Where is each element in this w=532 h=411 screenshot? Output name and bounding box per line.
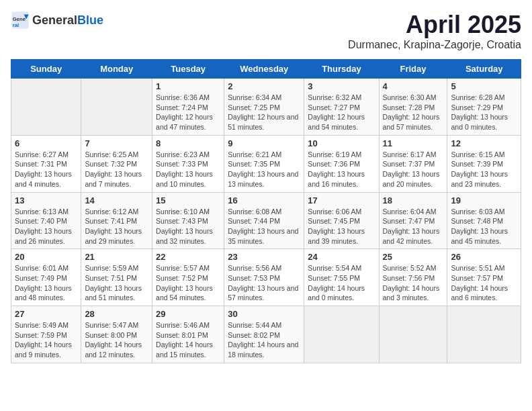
day-number: 13 xyxy=(15,195,77,205)
calendar-cell: 16Sunrise: 6:08 AM Sunset: 7:44 PM Dayli… xyxy=(224,192,304,249)
logo-general-text: General xyxy=(32,13,77,27)
calendar-cell: 21Sunrise: 5:59 AM Sunset: 7:51 PM Dayli… xyxy=(81,249,152,306)
calendar-cell: 1Sunrise: 6:36 AM Sunset: 7:24 PM Daylig… xyxy=(152,79,224,136)
svg-text:ral: ral xyxy=(13,22,19,28)
weekday-header-row: SundayMondayTuesdayWednesdayThursdayFrid… xyxy=(11,60,521,79)
day-info: Sunrise: 6:30 AM Sunset: 7:28 PM Dayligh… xyxy=(383,93,444,132)
calendar-cell: 2Sunrise: 6:34 AM Sunset: 7:25 PM Daylig… xyxy=(224,79,304,136)
calendar-cell xyxy=(11,79,81,136)
day-number: 16 xyxy=(228,195,300,205)
day-info: Sunrise: 5:44 AM Sunset: 8:02 PM Dayligh… xyxy=(228,320,300,360)
day-info: Sunrise: 6:28 AM Sunset: 7:29 PM Dayligh… xyxy=(451,93,517,132)
day-info: Sunrise: 5:57 AM Sunset: 7:52 PM Dayligh… xyxy=(156,263,220,303)
svg-text:Gene: Gene xyxy=(13,16,26,22)
day-info: Sunrise: 5:46 AM Sunset: 8:01 PM Dayligh… xyxy=(156,320,220,360)
day-info: Sunrise: 6:25 AM Sunset: 7:32 PM Dayligh… xyxy=(85,150,148,189)
day-info: Sunrise: 6:27 AM Sunset: 7:31 PM Dayligh… xyxy=(15,150,77,189)
weekday-header-sunday: Sunday xyxy=(11,60,81,79)
calendar-cell: 22Sunrise: 5:57 AM Sunset: 7:52 PM Dayli… xyxy=(152,249,224,306)
day-number: 17 xyxy=(308,195,375,205)
day-number: 20 xyxy=(15,252,77,262)
day-info: Sunrise: 6:01 AM Sunset: 7:49 PM Dayligh… xyxy=(15,263,77,303)
day-info: Sunrise: 6:19 AM Sunset: 7:36 PM Dayligh… xyxy=(308,150,375,189)
calendar-cell: 18Sunrise: 6:04 AM Sunset: 7:47 PM Dayli… xyxy=(379,192,447,249)
day-info: Sunrise: 6:34 AM Sunset: 7:25 PM Dayligh… xyxy=(228,93,300,132)
day-number: 11 xyxy=(383,138,444,148)
day-info: Sunrise: 6:04 AM Sunset: 7:47 PM Dayligh… xyxy=(383,207,444,246)
logo-blue-text: Blue xyxy=(77,13,103,27)
location-title: Durmanec, Krapina-Zagorje, Croatia xyxy=(348,39,521,51)
day-number: 30 xyxy=(228,309,300,319)
day-info: Sunrise: 6:13 AM Sunset: 7:40 PM Dayligh… xyxy=(15,207,77,246)
day-number: 27 xyxy=(15,309,77,319)
weekday-header-thursday: Thursday xyxy=(304,60,379,79)
day-number: 4 xyxy=(383,81,444,91)
day-number: 25 xyxy=(383,252,444,262)
calendar-cell xyxy=(379,306,447,363)
calendar-week-row: 13Sunrise: 6:13 AM Sunset: 7:40 PM Dayli… xyxy=(11,192,521,249)
logo-icon: Gene ral xyxy=(11,11,30,30)
calendar-cell: 23Sunrise: 5:56 AM Sunset: 7:53 PM Dayli… xyxy=(224,249,304,306)
calendar-cell: 13Sunrise: 6:13 AM Sunset: 7:40 PM Dayli… xyxy=(11,192,81,249)
calendar-cell: 26Sunrise: 5:51 AM Sunset: 7:57 PM Dayli… xyxy=(447,249,521,306)
day-info: Sunrise: 6:06 AM Sunset: 7:45 PM Dayligh… xyxy=(308,207,375,246)
day-number: 26 xyxy=(451,252,517,262)
calendar-cell: 10Sunrise: 6:19 AM Sunset: 7:36 PM Dayli… xyxy=(304,135,379,192)
calendar-cell: 7Sunrise: 6:25 AM Sunset: 7:32 PM Daylig… xyxy=(81,135,152,192)
calendar-cell: 19Sunrise: 6:03 AM Sunset: 7:48 PM Dayli… xyxy=(447,192,521,249)
calendar-cell: 8Sunrise: 6:23 AM Sunset: 7:33 PM Daylig… xyxy=(152,135,224,192)
weekday-header-friday: Friday xyxy=(379,60,447,79)
calendar-week-row: 27Sunrise: 5:49 AM Sunset: 7:59 PM Dayli… xyxy=(11,306,521,363)
weekday-header-wednesday: Wednesday xyxy=(224,60,304,79)
calendar-cell: 20Sunrise: 6:01 AM Sunset: 7:49 PM Dayli… xyxy=(11,249,81,306)
day-number: 21 xyxy=(85,252,148,262)
calendar-cell: 5Sunrise: 6:28 AM Sunset: 7:29 PM Daylig… xyxy=(447,79,521,136)
day-number: 19 xyxy=(451,195,517,205)
day-number: 7 xyxy=(85,138,148,148)
calendar-cell: 17Sunrise: 6:06 AM Sunset: 7:45 PM Dayli… xyxy=(304,192,379,249)
weekday-header-saturday: Saturday xyxy=(447,60,521,79)
day-info: Sunrise: 6:21 AM Sunset: 7:35 PM Dayligh… xyxy=(228,150,300,189)
calendar-cell: 4Sunrise: 6:30 AM Sunset: 7:28 PM Daylig… xyxy=(379,79,447,136)
calendar-week-row: 6Sunrise: 6:27 AM Sunset: 7:31 PM Daylig… xyxy=(11,135,521,192)
calendar-week-row: 1Sunrise: 6:36 AM Sunset: 7:24 PM Daylig… xyxy=(11,79,521,136)
day-info: Sunrise: 6:08 AM Sunset: 7:44 PM Dayligh… xyxy=(228,207,300,246)
calendar-cell: 15Sunrise: 6:10 AM Sunset: 7:43 PM Dayli… xyxy=(152,192,224,249)
day-number: 14 xyxy=(85,195,148,205)
calendar-week-row: 20Sunrise: 6:01 AM Sunset: 7:49 PM Dayli… xyxy=(11,249,521,306)
day-info: Sunrise: 6:23 AM Sunset: 7:33 PM Dayligh… xyxy=(156,150,220,189)
calendar-cell: 30Sunrise: 5:44 AM Sunset: 8:02 PM Dayli… xyxy=(224,306,304,363)
day-info: Sunrise: 5:51 AM Sunset: 7:57 PM Dayligh… xyxy=(451,263,517,303)
day-number: 15 xyxy=(156,195,220,205)
day-info: Sunrise: 5:47 AM Sunset: 8:00 PM Dayligh… xyxy=(85,320,148,360)
day-number: 3 xyxy=(308,81,375,91)
page-header: Gene ral GeneralBlue April 2025 Durmanec… xyxy=(11,11,521,51)
day-info: Sunrise: 6:10 AM Sunset: 7:43 PM Dayligh… xyxy=(156,207,220,246)
day-number: 8 xyxy=(156,138,220,148)
day-info: Sunrise: 6:03 AM Sunset: 7:48 PM Dayligh… xyxy=(451,207,517,246)
calendar-cell xyxy=(304,306,379,363)
calendar-cell xyxy=(447,306,521,363)
day-number: 2 xyxy=(228,81,300,91)
day-number: 24 xyxy=(308,252,375,262)
calendar-cell: 12Sunrise: 6:15 AM Sunset: 7:39 PM Dayli… xyxy=(447,135,521,192)
calendar-cell: 29Sunrise: 5:46 AM Sunset: 8:01 PM Dayli… xyxy=(152,306,224,363)
day-number: 12 xyxy=(451,138,517,148)
day-info: Sunrise: 5:49 AM Sunset: 7:59 PM Dayligh… xyxy=(15,320,77,360)
day-info: Sunrise: 5:52 AM Sunset: 7:56 PM Dayligh… xyxy=(383,263,444,303)
day-number: 23 xyxy=(228,252,300,262)
day-info: Sunrise: 6:17 AM Sunset: 7:37 PM Dayligh… xyxy=(383,150,444,189)
day-info: Sunrise: 5:59 AM Sunset: 7:51 PM Dayligh… xyxy=(85,263,148,303)
calendar-cell: 25Sunrise: 5:52 AM Sunset: 7:56 PM Dayli… xyxy=(379,249,447,306)
calendar-cell: 28Sunrise: 5:47 AM Sunset: 8:00 PM Dayli… xyxy=(81,306,152,363)
calendar-cell: 11Sunrise: 6:17 AM Sunset: 7:37 PM Dayli… xyxy=(379,135,447,192)
day-number: 28 xyxy=(85,309,148,319)
month-title: April 2025 xyxy=(348,11,521,39)
day-number: 22 xyxy=(156,252,220,262)
day-info: Sunrise: 6:12 AM Sunset: 7:41 PM Dayligh… xyxy=(85,207,148,246)
title-block: April 2025 Durmanec, Krapina-Zagorje, Cr… xyxy=(348,11,521,51)
weekday-header-monday: Monday xyxy=(81,60,152,79)
day-number: 10 xyxy=(308,138,375,148)
calendar-cell xyxy=(81,79,152,136)
day-number: 1 xyxy=(156,81,220,91)
